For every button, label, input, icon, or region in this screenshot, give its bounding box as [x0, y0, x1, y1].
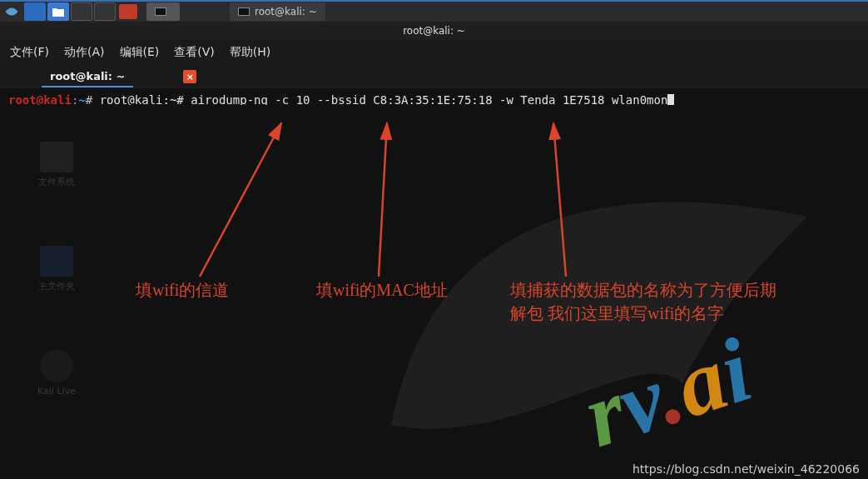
desktop-filesystem-icon: 文件系统: [33, 142, 80, 188]
terminal-tab[interactable]: root@kali: ~: [42, 67, 133, 87]
tab-close-button[interactable]: ×: [183, 70, 196, 83]
taskbar-task-active[interactable]: [146, 2, 180, 21]
menu-view[interactable]: 查看(V): [174, 45, 215, 60]
taskbar-task[interactable]: root@kali: ~: [230, 2, 325, 21]
desktop-kalilive-icon: Kali Live: [33, 350, 80, 397]
desktop-home-icon: 主文件夹: [33, 246, 80, 292]
taskbar-terminal-icon-2[interactable]: [94, 2, 116, 21]
terminal-icon: [238, 7, 250, 16]
menu-file[interactable]: 文件(F): [10, 45, 49, 60]
taskbar-folder-icon[interactable]: [47, 2, 69, 21]
annotation-capture: 填捕获的数据包的名称为了方便后期解包 我们这里填写wifi的名字: [510, 278, 776, 325]
taskbar-terminal-icon[interactable]: [71, 2, 92, 21]
tab-label: root@kali: ~: [50, 70, 125, 82]
terminal-thumbnail-icon: [155, 7, 166, 16]
menu-action[interactable]: 动作(A): [64, 45, 105, 60]
menu-help[interactable]: 帮助(H): [230, 45, 270, 60]
annotation-mac: 填wifi的MAC地址: [316, 278, 448, 302]
desktop-home-label: 主文件夹: [38, 280, 75, 292]
annotation-channel: 填wifi的信道: [136, 278, 229, 302]
desktop-kalilive-label: Kali Live: [37, 386, 76, 397]
taskbar: root@kali: ~: [0, 0, 868, 22]
taskbar-app1-icon[interactable]: [24, 2, 46, 21]
taskbar-app-red-icon[interactable]: [117, 2, 139, 21]
window-titlebar: root@kali: ~: [0, 22, 868, 40]
menubar: 文件(F) 动作(A) 编辑(E) 查看(V) 帮助(H): [0, 40, 868, 65]
close-icon: ×: [186, 72, 194, 82]
desktop-filesystem-label: 文件系统: [38, 176, 75, 188]
taskbar-task-label: root@kali: ~: [255, 6, 317, 17]
menu-edit[interactable]: 编辑(E): [120, 45, 160, 60]
kali-menu-icon[interactable]: [1, 2, 22, 21]
tabbar: root@kali: ~ ×: [0, 65, 868, 88]
window-title: root@kali: ~: [403, 25, 465, 37]
source-url: https://blog.csdn.net/weixin_46220066: [632, 462, 860, 476]
